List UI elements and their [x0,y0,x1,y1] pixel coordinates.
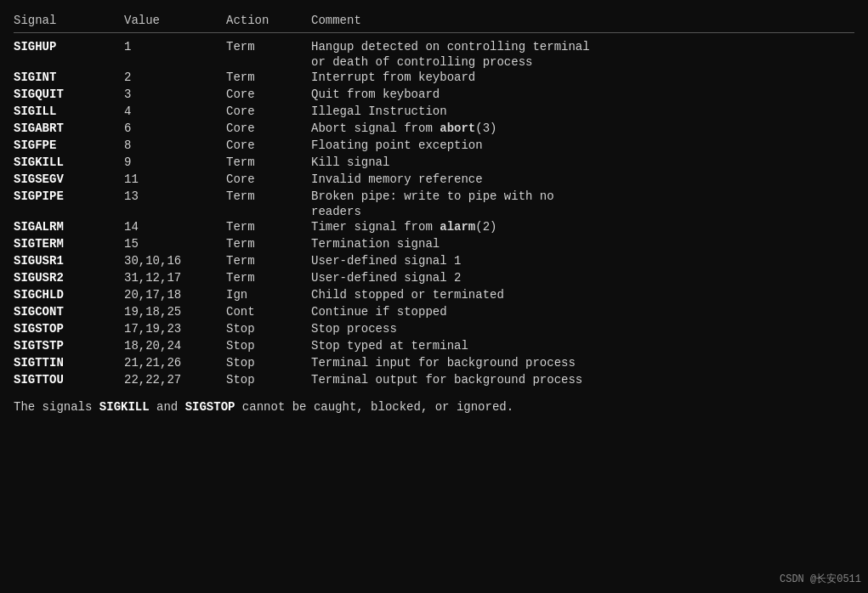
signal-name: SIGUSR2 [14,271,124,285]
signal-action: Stop [226,339,311,353]
signal-name: SIGINT [14,71,124,84]
signal-name: SIGILL [14,104,124,118]
signal-value: 11 [124,172,226,186]
signal-value: 13 [124,189,226,203]
signal-comment: Abort signal from abort(3) [311,121,854,135]
signal-value: 19,18,25 [124,305,226,319]
signal-comment: Broken pipe: write to pipe with no [311,189,854,203]
table-row: SIGTSTP18,20,24StopStop typed at termina… [14,337,854,354]
footer-sig2: SIGSTOP [185,400,235,414]
signal-name: SIGPIPE [14,189,124,203]
signal-name: SIGALRM [14,220,124,234]
signal-action: Core [226,88,311,101]
signal-name: SIGCONT [14,305,124,319]
signal-action: Stop [226,322,311,336]
table-row: SIGTTOU22,22,27StopTerminal output for b… [14,371,854,388]
table-header: Signal Value Action Comment [14,8,854,31]
table-row: SIGUSR231,12,17TermUser-defined signal 2 [14,269,854,286]
table-row: SIGABRT6CoreAbort signal from abort(3) [14,120,854,137]
signal-comment: Quit from keyboard [311,88,854,101]
signal-comment: Terminal output for background process [311,373,854,387]
signal-comment-cont: readers [311,205,854,218]
signal-action: Term [226,71,311,84]
signal-action: Term [226,237,311,251]
signal-value: 21,21,26 [124,356,226,370]
signal-table: Signal Value Action Comment SIGHUP1TermH… [14,8,854,388]
signal-action: Term [226,155,311,169]
signal-value: 18,20,24 [124,339,226,353]
signal-comment: User-defined signal 2 [311,271,854,285]
table-row: SIGTTIN21,21,26StopTerminal input for ba… [14,354,854,371]
signal-row-continuation: or death of controlling process [14,55,854,69]
signal-name: SIGFPE [14,138,124,152]
table-row: SIGPIPE13TermBroken pipe: write to pipe … [14,188,854,205]
signal-action: Core [226,172,311,186]
signal-name: SIGHUP [14,40,124,54]
signal-name: SIGTTOU [14,373,124,387]
signal-value: 14 [124,220,226,234]
signal-value: 8 [124,138,226,152]
signal-value: 9 [124,155,226,169]
signal-value: 22,22,27 [124,373,226,387]
signal-row-continuation: readers [14,205,854,218]
signal-rows: SIGHUP1TermHangup detected on controllin… [14,38,854,388]
signal-comment: Termination signal [311,237,854,251]
signal-value: 4 [124,104,226,118]
header-divider [14,32,854,33]
signal-action: Term [226,40,311,54]
signal-value: 3 [124,88,226,101]
signal-action: Core [226,121,311,135]
footer-middle: and [150,400,185,414]
table-row: SIGHUP1TermHangup detected on controllin… [14,38,854,55]
signal-comment: Illegal Instruction [311,104,854,118]
signal-name: SIGCHLD [14,288,124,302]
signal-value: 6 [124,121,226,135]
table-row: SIGKILL9TermKill signal [14,154,854,171]
signal-comment: Kill signal [311,155,854,169]
watermark: CSDN @长安0511 [780,572,861,586]
signal-action: Core [226,138,311,152]
signal-name: SIGTTIN [14,356,124,370]
signal-comment: Timer signal from alarm(2) [311,220,854,234]
table-row: SIGUSR130,10,16TermUser-defined signal 1 [14,252,854,269]
signal-comment: User-defined signal 1 [311,254,854,268]
signal-comment: Terminal input for background process [311,356,854,370]
col-signal: Signal [14,14,124,27]
signal-name: SIGUSR1 [14,254,124,268]
table-row: SIGILL4CoreIllegal Instruction [14,103,854,120]
signal-value: 17,19,23 [124,322,226,336]
col-comment: Comment [311,14,854,27]
signal-comment: Child stopped or terminated [311,288,854,302]
table-row: SIGINT2TermInterrupt from keyboard [14,69,854,86]
signal-value: 31,12,17 [124,271,226,285]
col-action: Action [226,14,311,27]
col-value: Value [124,14,226,27]
signal-name: SIGSEGV [14,172,124,186]
footer-text: The signals SIGKILL and SIGSTOP cannot b… [14,400,854,414]
footer-prefix: The signals [14,400,99,414]
signal-value: 2 [124,71,226,84]
signal-comment: Hangup detected on controlling terminal [311,40,854,54]
signal-comment: Continue if stopped [311,305,854,319]
signal-comment: Stop process [311,322,854,336]
signal-action: Term [226,271,311,285]
signal-name: SIGSTOP [14,322,124,336]
signal-name: SIGQUIT [14,88,124,101]
signal-action: Term [226,189,311,203]
table-row: SIGCHLD20,17,18IgnChild stopped or termi… [14,286,854,303]
footer-sig1: SIGKILL [99,400,150,414]
signal-comment-cont: or death of controlling process [311,55,854,69]
signal-value: 15 [124,237,226,251]
signal-name: SIGABRT [14,121,124,135]
signal-action: Cont [226,305,311,319]
signal-value: 20,17,18 [124,288,226,302]
signal-comment: Stop typed at terminal [311,339,854,353]
signal-action: Stop [226,356,311,370]
signal-action: Term [226,220,311,234]
signal-action: Term [226,254,311,268]
signal-action: Ign [226,288,311,302]
footer-suffix: cannot be caught, blocked, or ignored. [235,400,513,414]
signal-value: 30,10,16 [124,254,226,268]
signal-name: SIGTERM [14,237,124,251]
signal-action: Stop [226,373,311,387]
